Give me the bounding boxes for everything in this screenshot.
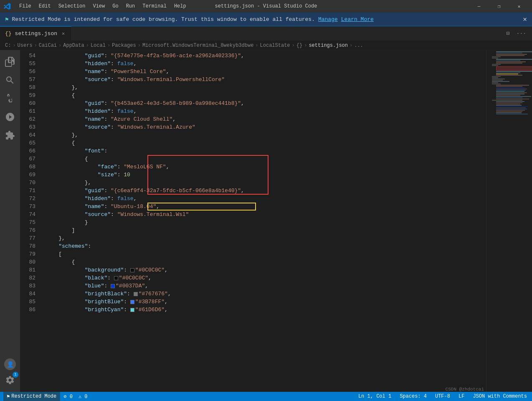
window-controls: — ❐ ✕ [469,0,529,13]
errors-count[interactable]: ⊘ 0 [62,393,74,400]
tab-file-icon: {} [5,30,12,37]
breadcrumb-appdata[interactable]: AppData [63,43,84,48]
code-line-60: "guid": "{b453ae62-4e3d-5e58-b989-0a998e… [46,99,486,107]
code-line-74: "source": "Windows.Terminal.Wsl" [46,211,486,218]
code-line-75: } [46,218,486,226]
menu-run[interactable]: Run [123,3,139,10]
breadcrumb-sep: › [13,43,15,48]
menu-terminal[interactable]: Terminal [139,3,170,10]
notification-close-button[interactable]: ✕ [523,15,527,23]
eol[interactable]: LF [457,393,466,399]
tab-label: settings.json [15,30,57,37]
menu-help[interactable]: Help [171,3,190,10]
activity-explorer[interactable] [2,53,18,70]
code-line-70: }, [46,179,486,187]
activity-bar: 👤 1 [0,50,20,392]
encoding[interactable]: UTF-8 [433,393,452,399]
more-actions-button[interactable]: ··· [514,29,529,38]
breadcrumb-ellipsis[interactable]: ... [354,43,363,48]
notification-text: Restricted Mode is intended for safe cod… [12,16,315,23]
breadcrumb-braces[interactable]: {} [296,43,302,48]
activity-source-control[interactable] [2,90,18,107]
code-line-73: "name": "Ubuntu-18.04", [46,203,486,211]
code-line-58: }, [46,84,486,91]
errors-warnings: ⊘ 0 ⚠ 0 [62,393,89,400]
status-bar: ⚑ Restricted Mode ⊘ 0 ⚠ 0 Ln 1, Col 1 Sp… [0,392,532,401]
warnings-count[interactable]: ⚠ 0 [77,393,89,400]
breadcrumb-sep9: › [304,43,307,48]
code-line-61: "hidden": false, [46,107,486,115]
line-numbers: 54 55 56 57 58 59 60 61 62 63 64 65 66 6… [20,50,39,392]
code-line-76: ] [46,226,486,234]
window-title: settings.json - Visual Studio Code [215,3,317,9]
minimap[interactable] [486,50,532,392]
tab-settings-json[interactable]: {} settings.json ✕ [0,26,71,41]
code-line-71: "guid": "{c6eaf9f4-32a7-5fdc-b5cf-066e8a… [46,187,486,195]
code-editor[interactable]: "guid": "{574e775e-4f2a-5b96-ac1e-a2962a… [39,50,486,392]
restricted-mode-icon: ⚑ [7,393,10,400]
menu-file[interactable]: File [16,3,35,10]
code-line-67: { [46,155,486,163]
code-line-55: "hidden": false, [46,60,486,68]
breadcrumb-sep3: › [58,43,61,48]
breadcrumb-sep10: › [350,43,352,48]
title-bar: File Edit Selection View Go Run Terminal… [0,0,532,13]
breadcrumb-sep7: › [255,43,258,48]
code-line-80: { [46,258,486,266]
code-line-72: "hidden": false, [46,195,486,203]
cursor-position[interactable]: Ln 1, Col 1 [357,393,393,399]
breadcrumb-caicai[interactable]: CaiCai [39,43,57,48]
avatar[interactable]: 👤 [4,358,16,370]
notification-bar: ⚑ Restricted Mode is intended for safe c… [0,13,532,26]
minimize-button[interactable]: — [469,0,489,13]
tab-actions: ⊟ ··· [504,26,532,41]
code-line-81: "background": "#0C0C0C", [46,266,486,274]
menu-edit[interactable]: Edit [35,3,54,10]
activity-extensions[interactable] [2,127,18,144]
status-right: Ln 1, Col 1 Spaces: 4 UTF-8 LF JSON with… [357,393,529,399]
vscode-logo-icon [3,3,11,10]
menu-bar: File Edit Selection View Go Run Terminal… [16,3,190,10]
activity-run-debug[interactable] [2,109,18,125]
close-button[interactable]: ✕ [509,0,529,13]
breadcrumb-sep4: › [86,43,89,48]
tab-close-button[interactable]: ✕ [61,30,66,37]
language-mode[interactable]: JSON with Comments [471,393,529,399]
menu-selection[interactable]: Selection [55,3,89,10]
breadcrumb-sep5: › [107,43,110,48]
breadcrumb-sep8: › [292,43,295,48]
code-line-54: "guid": "{574e775e-4f2a-5b96-ac1e-a2962a… [46,52,486,60]
title-bar-left: File Edit Selection View Go Run Terminal… [3,3,190,10]
activity-search[interactable] [2,72,18,89]
activity-settings[interactable]: 1 [2,372,18,388]
restricted-mode-indicator[interactable]: ⚑ Restricted Mode [3,392,60,401]
split-editor-button[interactable]: ⊟ [504,28,512,38]
breadcrumb-c[interactable]: C: [5,43,11,48]
code-line-62: "name": "Azure Cloud Shell", [46,115,486,123]
code-line-59: { [46,91,486,99]
activity-bottom: 👤 1 [2,358,18,388]
breadcrumb-settings[interactable]: settings.json [309,43,348,48]
code-line-78: "schemes": [46,242,486,250]
breadcrumb-users[interactable]: Users [18,43,33,48]
code-line-66: "font": [46,147,486,155]
manage-link[interactable]: Manage [318,16,338,23]
menu-view[interactable]: View [89,3,108,10]
code-line-64: }, [46,131,486,139]
indentation[interactable]: Spaces: 4 [398,393,428,399]
code-line-79: [ [46,250,486,258]
breadcrumb-local[interactable]: Local [91,43,106,48]
code-line-86: "brightCyan": "#61D6D6", [46,306,486,314]
code-line-84: "brightBlack": "#767676", [46,290,486,298]
breadcrumb-packages[interactable]: Packages [112,43,136,48]
breadcrumb: C: › Users › CaiCai › AppData › Local › … [0,41,532,50]
code-line-65: { [46,139,486,147]
code-line-68: "face": "MesloLGS NF", [46,163,486,171]
main-layout: 👤 1 54 55 56 57 58 59 60 61 62 63 64 65 … [0,50,532,392]
maximize-button[interactable]: ❐ [489,0,509,13]
learn-more-link[interactable]: Learn More [341,16,374,23]
code-line-69: "size": 10 [46,171,486,179]
breadcrumb-localstate[interactable]: LocalState [260,43,290,48]
breadcrumb-ms-terminal[interactable]: Microsoft.WindowsTerminal_8wekyb3dbwe [142,43,253,48]
menu-go[interactable]: Go [109,3,122,10]
